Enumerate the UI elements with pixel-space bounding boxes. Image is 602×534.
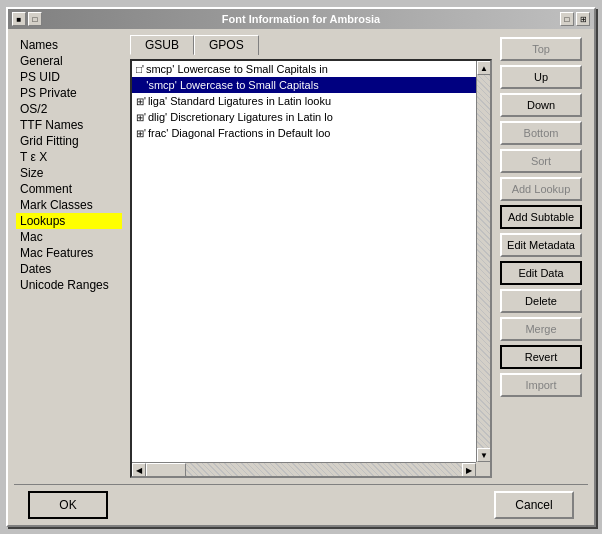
merge-button[interactable]: Merge: [500, 317, 582, 341]
list-item-text: dlig' Discretionary Ligatures in Latin l…: [148, 111, 333, 123]
window-title: Font Information for Ambrosia: [46, 13, 556, 25]
ok-label: OK: [59, 498, 76, 512]
tab-bar: GSUB GPOS: [130, 35, 492, 55]
list-item-0[interactable]: □' smcp' Lowercase to Small Capitals in: [132, 61, 476, 77]
edit-metadata-button[interactable]: Edit Metadata: [500, 233, 582, 257]
sidebar-item-grid-fitting[interactable]: Grid Fitting: [16, 133, 122, 149]
bottom-bar: OK Cancel: [8, 485, 594, 525]
list-item-prefix: [136, 80, 144, 91]
bottom-button[interactable]: Bottom: [500, 121, 582, 145]
sidebar-item-dates[interactable]: Dates: [16, 261, 122, 277]
sort-button[interactable]: Sort: [500, 149, 582, 173]
sidebar-item-os2[interactable]: OS/2: [16, 101, 122, 117]
action-buttons: Top Up Down Bottom Sort Add Lookup Add S…: [498, 35, 588, 478]
sidebar-item-mac[interactable]: Mac: [16, 229, 122, 245]
main-window: ■ □ Font Information for Ambrosia □ ⊞ Na…: [6, 7, 596, 527]
list-item-text: frac' Diagonal Fractions in Default loo: [148, 127, 330, 139]
ok-button[interactable]: OK: [28, 491, 108, 519]
sidebar-item-lookups[interactable]: Lookups: [16, 213, 122, 229]
maximize-button[interactable]: □: [560, 12, 574, 26]
list-item-2[interactable]: ⊞' liga' Standard Ligatures in Latin loo…: [132, 93, 476, 109]
scroll-h-thumb[interactable]: [146, 463, 186, 477]
up-button[interactable]: Up: [500, 65, 582, 89]
resize-button[interactable]: ⊞: [576, 12, 590, 26]
list-item-prefix: ⊞': [136, 96, 146, 107]
list-item-prefix: ⊞': [136, 112, 146, 123]
scroll-left-button[interactable]: ◀: [132, 463, 146, 477]
list-item-3[interactable]: ⊞' dlig' Discretionary Ligatures in Lati…: [132, 109, 476, 125]
sidebar-item-mac-features[interactable]: Mac Features: [16, 245, 122, 261]
list-item-text: liga' Standard Ligatures in Latin looku: [148, 95, 331, 107]
list-item-text: smcp' Lowercase to Small Capitals in: [146, 63, 328, 75]
sidebar-item-names[interactable]: Names: [16, 37, 122, 53]
edit-data-button[interactable]: Edit Data: [500, 261, 582, 285]
title-bar-right-buttons: □ ⊞: [560, 12, 590, 26]
sidebar-item-ttf-names[interactable]: TTF Names: [16, 117, 122, 133]
add-subtable-button[interactable]: Add Subtable: [500, 205, 582, 229]
title-bar: ■ □ Font Information for Ambrosia □ ⊞: [8, 9, 594, 29]
scroll-up-button[interactable]: ▲: [477, 61, 491, 75]
list-item-4[interactable]: ⊞' frac' Diagonal Fractions in Default l…: [132, 125, 476, 141]
list-item-prefix: ⊞': [136, 128, 146, 139]
title-bar-left-buttons: ■ □: [12, 12, 42, 26]
horizontal-scrollbar[interactable]: ◀ ▶: [132, 462, 476, 476]
sidebar-item-general[interactable]: General: [16, 53, 122, 69]
list-scroll-area: □' smcp' Lowercase to Small Capitals in …: [132, 61, 476, 462]
revert-button[interactable]: Revert: [500, 345, 582, 369]
add-lookup-button[interactable]: Add Lookup: [500, 177, 582, 201]
cancel-label: Cancel: [515, 498, 552, 512]
vertical-scrollbar[interactable]: ▲ ▼: [476, 61, 490, 462]
list-item-text: 'smcp' Lowercase to Small Capitals: [146, 79, 318, 91]
lookup-list[interactable]: □' smcp' Lowercase to Small Capitals in …: [130, 59, 492, 478]
sidebar: Names General PS UID PS Private OS/2 TTF…: [14, 35, 124, 478]
scrollbar-corner: [476, 462, 490, 476]
sidebar-item-tex[interactable]: T ε X: [16, 149, 122, 165]
delete-button[interactable]: Delete: [500, 289, 582, 313]
sidebar-item-size[interactable]: Size: [16, 165, 122, 181]
scroll-v-track[interactable]: [477, 75, 490, 448]
sidebar-item-ps-uid[interactable]: PS UID: [16, 69, 122, 85]
window-body: Names General PS UID PS Private OS/2 TTF…: [8, 29, 594, 484]
sidebar-item-ps-private[interactable]: PS Private: [16, 85, 122, 101]
minimize-button[interactable]: □: [28, 12, 42, 26]
sidebar-item-comment[interactable]: Comment: [16, 181, 122, 197]
list-item-prefix: □': [136, 64, 144, 75]
tab-gsub[interactable]: GSUB: [130, 35, 194, 55]
cancel-button[interactable]: Cancel: [494, 491, 574, 519]
list-item-1[interactable]: 'smcp' Lowercase to Small Capitals: [132, 77, 476, 93]
sidebar-item-mark-classes[interactable]: Mark Classes: [16, 197, 122, 213]
tab-gpos[interactable]: GPOS: [194, 35, 259, 55]
top-button[interactable]: Top: [500, 37, 582, 61]
scroll-down-button[interactable]: ▼: [477, 448, 491, 462]
import-button[interactable]: Import: [500, 373, 582, 397]
scroll-h-track[interactable]: [186, 463, 462, 476]
sidebar-item-unicode-ranges[interactable]: Unicode Ranges: [16, 277, 122, 293]
close-button[interactable]: ■: [12, 12, 26, 26]
scroll-right-button[interactable]: ▶: [462, 463, 476, 477]
down-button[interactable]: Down: [500, 93, 582, 117]
content-area: GSUB GPOS □' smcp' Lowercase to Small Ca…: [130, 35, 492, 478]
